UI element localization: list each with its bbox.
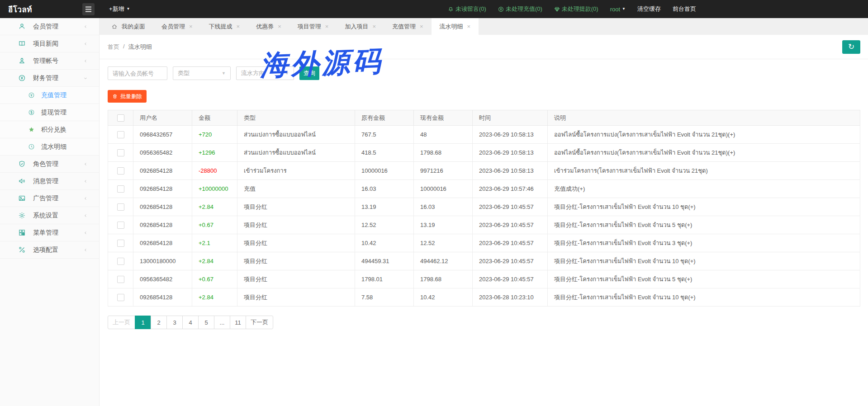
- chevron-left-icon: [83, 179, 88, 184]
- breadcrumb-current: 流水明细: [128, 43, 152, 51]
- col-time: 时间: [473, 110, 548, 126]
- col-before-amount: 原有金额: [355, 110, 414, 126]
- tab-member-management[interactable]: 会员管理×: [153, 18, 201, 35]
- tab-close-icon[interactable]: ×: [372, 23, 376, 30]
- sidebar-item-options-config[interactable]: 选项配置: [0, 241, 99, 259]
- tab-downline-commission[interactable]: 下线提成×: [201, 18, 248, 35]
- add-new-dropdown[interactable]: +新增 ▼: [109, 5, 130, 13]
- pending-withdraw-link[interactable]: 未处理提款(0): [554, 5, 598, 13]
- trash-icon: [112, 94, 118, 99]
- row-checkbox[interactable]: [117, 185, 124, 193]
- front-home-link[interactable]: 前台首页: [673, 5, 696, 13]
- hamburger-icon: [85, 6, 92, 12]
- user-menu-dropdown[interactable]: root ▼: [610, 6, 626, 13]
- tab-recharge-management[interactable]: 充值管理×: [384, 18, 432, 35]
- select-all-checkbox[interactable]: [117, 114, 124, 122]
- pending-recharge-link[interactable]: 未处理充值(0): [498, 5, 542, 13]
- chevron-left-icon: [83, 161, 88, 167]
- tab-close-icon[interactable]: ×: [467, 23, 471, 30]
- sidebar-item-project-news[interactable]: 项目新闻: [0, 35, 99, 52]
- table-row: 13000180000 +2.84 项目分红 494459.31 494462.…: [108, 252, 860, 270]
- table-row: 0926854128 +0.67 项目分红 12.52 13.19 2023-0…: [108, 216, 860, 234]
- table-row: 0926854128 +2.84 项目分红 7.58 10.42 2023-06…: [108, 288, 860, 307]
- pagination-page-2[interactable]: 2: [151, 316, 167, 329]
- pagination-prev-button[interactable]: 上一页: [108, 316, 135, 329]
- type-select[interactable]: 类型 ▼: [173, 66, 231, 80]
- sidebar-item-ad-management[interactable]: 广告管理: [0, 190, 99, 207]
- tab-close-icon[interactable]: ×: [420, 23, 423, 30]
- sidebar-item-withdraw-management[interactable]: 提现管理: [0, 104, 99, 121]
- sidebar-item-recharge-management[interactable]: 充值管理: [0, 87, 99, 104]
- row-checkbox[interactable]: [117, 149, 124, 156]
- row-checkbox[interactable]: [117, 276, 124, 283]
- admin-finance-flow-page: { "header": { "logo": "อีโวลท์", "add_bu…: [0, 0, 868, 406]
- table-toolbar: 批量删除: [100, 80, 868, 103]
- row-checkbox[interactable]: [117, 258, 124, 265]
- row-checkbox[interactable]: [117, 240, 124, 247]
- tab-project-management[interactable]: 项目管理×: [289, 18, 337, 35]
- member-account-input[interactable]: [108, 66, 167, 80]
- home-icon: [111, 24, 118, 30]
- open-tabs-bar: 我的桌面 会员管理× 下线提成× 优惠券× 项目管理× 加入项目× 充值管理× …: [100, 18, 868, 35]
- tab-close-icon[interactable]: ×: [189, 23, 193, 30]
- clock-icon: [28, 143, 35, 150]
- breadcrumb: 首页 / 流水明细: [108, 43, 152, 51]
- table-header-row: 用户名 金额 类型 原有金额 现有金额 时间 说明: [108, 110, 860, 126]
- sidebar-item-system-settings[interactable]: 系统设置: [0, 207, 99, 224]
- book-icon: [18, 40, 26, 47]
- options-icon: [18, 246, 26, 254]
- tab-coupon[interactable]: 优惠券×: [248, 18, 289, 35]
- table-row: 0926854128 +2.1 项目分红 10.42 12.52 2023-06…: [108, 234, 860, 252]
- tab-my-desktop[interactable]: 我的桌面: [103, 18, 153, 35]
- pagination-page-1[interactable]: 1: [135, 316, 151, 329]
- tab-flow-detail[interactable]: 流水明细×: [432, 18, 479, 35]
- yen-circle-icon: [18, 74, 26, 82]
- col-after-amount: 现有金额: [414, 110, 473, 126]
- chevron-down-icon: ▼: [127, 7, 130, 11]
- sidebar-item-admin-accounts[interactable]: 管理帐号: [0, 52, 99, 70]
- col-type: 类型: [237, 110, 355, 126]
- row-checkbox[interactable]: [117, 167, 124, 175]
- row-checkbox[interactable]: [117, 131, 124, 138]
- pagination-page-3[interactable]: 3: [166, 316, 183, 329]
- unread-messages-link[interactable]: 未读留言(0): [448, 5, 486, 13]
- chevron-left-icon: [83, 196, 88, 201]
- tab-join-project[interactable]: 加入项目×: [337, 18, 384, 35]
- breadcrumb-home-link[interactable]: 首页: [108, 43, 119, 51]
- chevron-down-icon: ▼: [622, 7, 626, 11]
- row-checkbox[interactable]: [117, 222, 124, 229]
- sidebar-item-points-exchange[interactable]: 积分兑换: [0, 121, 99, 138]
- clear-cache-link[interactable]: 清空缓存: [637, 5, 661, 13]
- table-row: 0968432657 +720 ส่วนแบ่งการซื้อแบบออฟไลน…: [108, 126, 860, 144]
- tab-close-icon[interactable]: ×: [325, 23, 329, 30]
- sidebar-item-message-management[interactable]: 消息管理: [0, 173, 99, 190]
- flow-direction-select[interactable]: 流水方向 ▼: [236, 66, 294, 80]
- col-username: 用户名: [133, 110, 192, 126]
- batch-delete-button[interactable]: 批量删除: [108, 90, 147, 103]
- topbar-right-group: 未读留言(0) 未处理充值(0) 未处理提款(0) root ▼ 清空缓存 前台…: [448, 5, 696, 13]
- pagination-page-4[interactable]: 4: [182, 316, 199, 329]
- sidebar-item-menu-management[interactable]: 菜单管理: [0, 224, 99, 241]
- pagination-page-11[interactable]: 11: [230, 316, 246, 329]
- search-button[interactable]: 查询: [299, 66, 319, 80]
- top-header-bar: อีโวลท์ +新增 ▼ 未读留言(0) 未处理充值(0) 未处理提款(0) …: [0, 0, 868, 18]
- sidebar-item-role-management[interactable]: 角色管理: [0, 156, 99, 173]
- flow-table-wrap: 用户名 金额 类型 原有金额 现有金额 时间 说明 0968432657 +72…: [108, 110, 860, 307]
- row-checkbox[interactable]: [117, 294, 124, 301]
- sidebar-toggle-button[interactable]: [82, 3, 95, 15]
- tab-close-icon[interactable]: ×: [278, 23, 281, 30]
- pagination-page-5[interactable]: 5: [198, 316, 214, 329]
- pagination: 上一页 1 2 3 4 5 ... 11 下一页: [108, 316, 868, 329]
- refresh-button[interactable]: ↻: [842, 40, 860, 54]
- sidebar-menu: 会员管理 项目新闻 管理帐号 财务管理 充值管理 提现管理 积分兑换 流水明细 …: [0, 18, 100, 406]
- bell-icon: [448, 6, 454, 12]
- row-checkbox[interactable]: [117, 203, 124, 211]
- sidebar-item-flow-detail[interactable]: 流水明细: [0, 138, 99, 156]
- pagination-next-button[interactable]: 下一页: [246, 316, 273, 329]
- tab-close-icon[interactable]: ×: [237, 23, 240, 30]
- sidebar-item-member-management[interactable]: 会员管理: [0, 18, 99, 35]
- chevron-left-icon: [83, 41, 88, 47]
- sidebar-item-finance-management[interactable]: 财务管理: [0, 70, 99, 87]
- gear-icon: [18, 212, 26, 219]
- dollar-circle-icon: [28, 109, 35, 116]
